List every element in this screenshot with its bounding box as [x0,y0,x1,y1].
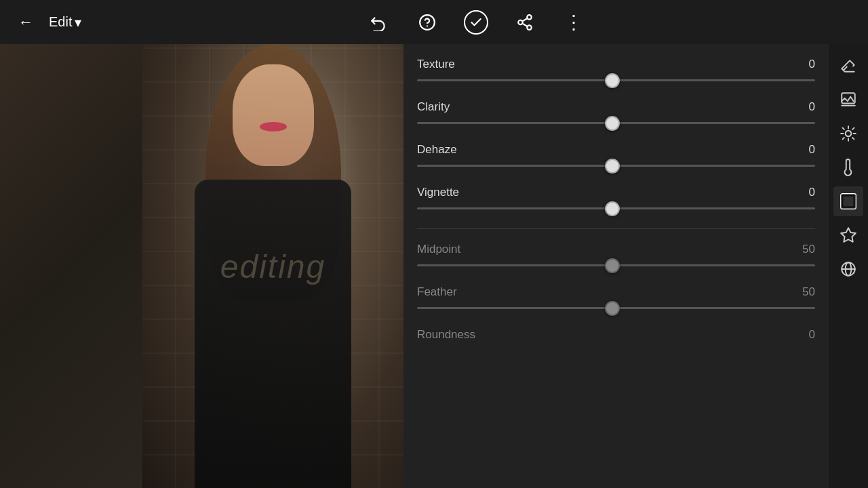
clarity-track[interactable] [417,122,815,124]
photo-canvas: editing [142,44,403,488]
svg-rect-20 [843,196,853,206]
photo-area: editing [142,44,403,488]
eraser-tool-button[interactable] [833,51,863,81]
vignette-track[interactable] [417,207,815,209]
roundness-value: 0 [809,328,815,342]
top-bar: ← Edit ▾ [0,0,868,44]
face-layer [233,64,314,166]
clarity-label: Clarity [417,100,450,114]
separator-1 [417,228,815,229]
dehaze-slider-row: Dehaze 0 [417,143,815,167]
sliders-section: Texture 0 Clarity 0 De [403,44,829,488]
midpoint-thumb[interactable] [605,258,620,273]
svg-line-12 [843,128,844,129]
help-button[interactable] [415,10,439,35]
texture-slider-row: Texture 0 [417,58,815,81]
edit-dropdown[interactable]: Edit ▾ [49,14,81,30]
grain-tool-button[interactable] [833,220,863,250]
confirm-button[interactable] [464,10,488,35]
texture-thumb[interactable] [605,73,620,88]
image-adjust-button[interactable] [833,85,863,115]
right-toolbar [829,44,868,488]
svg-rect-7 [842,93,855,103]
vignette-header: Vignette 0 [417,186,815,199]
svg-line-17 [852,128,854,129]
svg-line-5 [523,23,528,26]
clarity-header: Clarity 0 [417,100,815,114]
top-bar-left: ← Edit ▾ [14,10,81,35]
vignette-thumb[interactable] [605,201,620,216]
midpoint-track[interactable] [417,264,815,266]
undo-button[interactable] [366,10,391,35]
texture-header: Texture 0 [417,58,815,71]
midpoint-header: Midpoint 50 [417,243,815,256]
dehaze-label: Dehaze [417,143,457,157]
svg-line-16 [843,138,844,139]
svg-line-13 [852,138,854,139]
feather-label: Feather [417,285,457,299]
light-tool-button[interactable] [833,119,863,148]
vignette-value: 0 [809,186,815,199]
feather-track[interactable] [417,307,815,309]
roundness-slider-row: Roundness 0 [417,328,815,342]
blur-inner [0,44,142,488]
back-button[interactable]: ← [14,10,38,35]
watermark-text: editing [220,247,326,285]
lens-tool-button[interactable] [833,254,863,284]
texture-label: Texture [417,58,455,71]
svg-line-6 [523,18,528,21]
left-blur-panel [0,44,142,488]
dropdown-icon: ▾ [75,14,81,30]
midpoint-label: Midpoint [417,243,460,256]
clarity-slider-row: Clarity 0 [417,100,815,124]
vignette-tool-button[interactable] [833,186,863,216]
main-content: editing Texture 0 Clarity 0 [0,44,868,488]
share-button[interactable] [513,10,537,35]
lips-layer [260,122,287,131]
roundness-header: Roundness 0 [417,328,815,342]
roundness-label: Roundness [417,328,475,342]
photo-background: editing [142,44,403,488]
dehaze-track[interactable] [417,165,815,167]
dehaze-value: 0 [809,143,815,157]
more-button[interactable]: ⋮ [561,10,586,35]
midpoint-value: 50 [802,243,815,256]
feather-thumb[interactable] [605,301,620,316]
feather-value: 50 [802,285,815,299]
edit-label: Edit [49,14,72,30]
dehaze-header: Dehaze 0 [417,143,815,157]
dehaze-thumb[interactable] [605,159,620,174]
texture-track[interactable] [417,79,815,81]
midpoint-slider-row: Midpoint 50 [417,243,815,266]
svg-marker-21 [841,228,856,242]
right-panel: Texture 0 Clarity 0 De [403,44,868,488]
clarity-thumb[interactable] [605,116,620,131]
top-bar-center: ⋮ [98,10,854,35]
texture-value: 0 [809,58,815,71]
vignette-label: Vignette [417,186,459,199]
svg-point-9 [846,131,852,137]
temperature-tool-button[interactable] [833,152,863,182]
feather-slider-row: Feather 50 [417,285,815,309]
clarity-value: 0 [809,100,815,114]
feather-header: Feather 50 [417,285,815,299]
vignette-slider-row: Vignette 0 [417,186,815,209]
jacket-layer [195,180,351,488]
